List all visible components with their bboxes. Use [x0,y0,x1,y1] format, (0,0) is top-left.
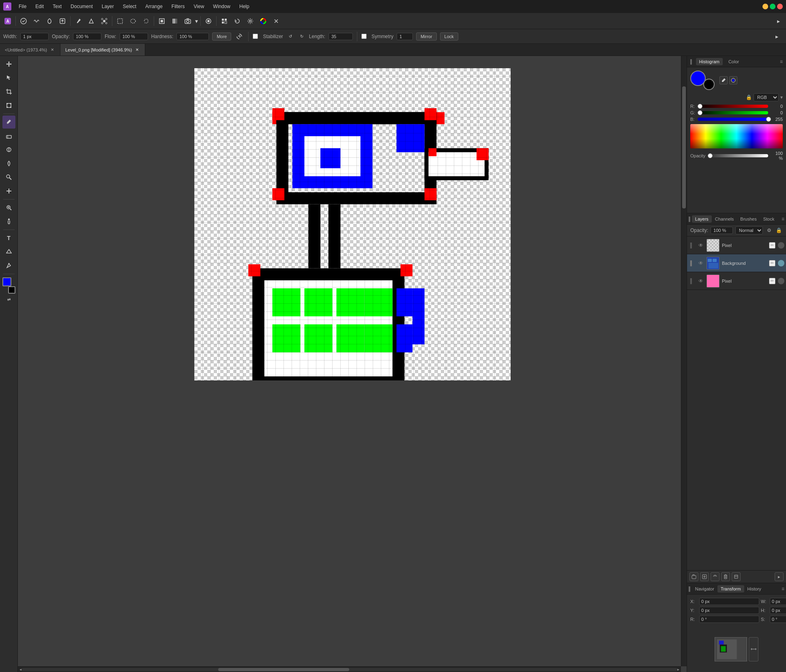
w-input[interactable] [770,598,786,605]
node-btn[interactable] [98,15,110,27]
tab-layers[interactable]: Layers [692,215,712,223]
canvas-btn[interactable] [156,15,168,27]
tab-channels[interactable]: Channels [712,215,737,223]
opacity-track[interactable] [708,154,768,157]
menu-edit[interactable]: Edit [31,2,48,11]
menu-filters[interactable]: Filters [168,2,189,11]
persona-pixel-btn[interactable]: A [2,15,14,27]
paint-brush-tool[interactable] [2,116,15,129]
color-mode-select[interactable]: RGBCMYKHSL [754,93,779,101]
transform-tool[interactable] [2,99,15,112]
opacity-thumb[interactable] [708,153,713,158]
symmetry-checkbox[interactable] [361,34,367,39]
h-input[interactable] [770,607,786,614]
flow-input[interactable] [120,33,148,40]
color-spectrum[interactable] [690,124,783,148]
lock-button[interactable]: Lock [440,32,458,41]
layer-settings-btn[interactable]: ⚙ [765,226,773,234]
menu-document[interactable]: Document [67,2,97,11]
add-adjustment-btn[interactable] [711,572,719,581]
scroll-right-btn[interactable]: ▸ [677,667,679,672]
camera-btn[interactable] [182,15,194,27]
layers-menu-btn[interactable]: ≡ [782,216,784,222]
more-button[interactable]: More [212,32,231,41]
layer-lock-btn[interactable]: 🔒 [775,226,783,234]
tab-navigator[interactable]: Navigator [692,585,717,593]
selection-ellipse-btn[interactable] [127,15,139,27]
selection-rect-btn[interactable] [114,15,126,27]
blend-btn[interactable] [169,15,181,27]
background-color-swatch[interactable] [8,286,15,294]
v-scrollbar-thumb[interactable] [682,86,686,208]
stabilizer-checkbox[interactable] [253,34,258,39]
nav-menu-btn[interactable]: ≡ [782,586,784,592]
s-input[interactable] [770,616,786,623]
minimize-button[interactable] [762,4,768,9]
nav-resize-btn[interactable]: ⟷ [749,637,758,661]
r-slider-track[interactable] [698,105,768,108]
layer-item-background[interactable]: ▌ 👁 Background ✏ [687,254,786,272]
vertical-scrollbar[interactable] [681,56,687,666]
width-input[interactable] [20,33,49,40]
eyedrop-btn[interactable] [719,76,728,84]
zoom-tool[interactable] [2,201,15,214]
menu-view[interactable]: View [190,2,208,11]
camera-dropdown-btn[interactable]: ▾ [194,15,199,27]
tab-level0[interactable]: Level_0.png [Modified] (3946.9%) ✕ [60,44,146,56]
close-button[interactable] [777,4,783,9]
swap-colors-btn[interactable]: ⇄ [4,296,14,303]
history-btn[interactable] [231,15,243,27]
expand-btn[interactable]: ▸ [772,15,784,27]
chevron-more-btn[interactable]: ▸ [771,30,783,43]
settings-btn[interactable] [244,15,256,27]
move-tool[interactable] [2,58,15,71]
revert-btn[interactable] [270,15,282,27]
menu-file[interactable]: File [15,2,30,11]
merge-btn[interactable] [732,572,741,581]
canvas-wrapper[interactable] [194,68,511,380]
selection-lasso-btn[interactable] [140,15,152,27]
develop-btn[interactable] [17,15,30,27]
swatch-btn[interactable] [729,76,737,84]
g-slider-thumb[interactable] [698,110,702,115]
menu-select[interactable]: Select [119,2,140,11]
pixel-art[interactable] [194,68,511,380]
tab-stock[interactable]: Stock [760,215,778,223]
close-tab-untitled[interactable]: ✕ [49,47,55,53]
symmetry-input[interactable] [397,33,413,40]
shape-tool[interactable] [2,245,15,258]
panel-collapse-icon[interactable]: ▌ [690,59,694,64]
refresh-btn[interactable] [234,32,244,41]
crop-tool[interactable] [2,85,15,98]
mirror-button[interactable]: Mirror [416,32,437,41]
liquify-btn[interactable] [43,15,56,27]
layer-toggle-pixel1[interactable] [778,242,784,249]
rope-btn[interactable]: ↺ [286,32,294,41]
blur-sharpen-tool[interactable] [2,157,15,170]
r-slider-thumb[interactable] [698,104,702,109]
menu-help[interactable]: Help [235,2,253,11]
bg-color-circle[interactable] [703,79,715,90]
vector-btn[interactable] [85,15,97,27]
tab-color[interactable]: Color [725,58,742,65]
tab-untitled[interactable]: <Untitled> (1973.4%) ✕ [0,44,60,56]
delete-layer-btn[interactable] [721,572,730,581]
blend-mode-select[interactable]: Normal Multiply Screen Overlay [735,226,763,234]
eraser-tool[interactable] [2,129,15,142]
layer-toggle-pixel2[interactable] [778,278,784,284]
preview-btn[interactable] [202,15,215,27]
b-slider-track[interactable] [698,118,768,121]
dodge-burn-tool[interactable] [2,143,15,156]
export-btn[interactable] [56,15,69,27]
layer-toggle-bg[interactable] [778,260,784,266]
color-wheel-btn[interactable] [257,15,269,27]
layers-more-btn[interactable]: ▸ [775,572,784,581]
hardness-input[interactable] [176,33,209,40]
pen-tool[interactable] [2,259,15,272]
foreground-color-swatch[interactable] [2,277,11,286]
clone-tool[interactable] [2,171,15,184]
menu-window[interactable]: Window [209,2,234,11]
brush-tool-btn[interactable] [72,15,84,27]
tab-history[interactable]: History [744,585,765,593]
layer-edit-pixel2[interactable]: ✏ [769,278,775,284]
